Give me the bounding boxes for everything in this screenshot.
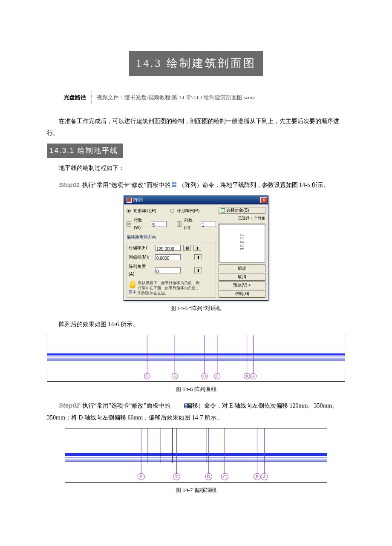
subsection-title: 14.3.1 绘制地平线 (47, 144, 123, 158)
radio-polar-label: 环形阵列(P) (177, 207, 199, 215)
row-offset-pick-btn-1[interactable]: ▦ (183, 245, 191, 251)
axis-label-F: F (140, 474, 143, 479)
row-offset-label: 行偏移(F): (129, 244, 153, 252)
rows-label: 行数(W): (134, 216, 149, 232)
array-angle-input[interactable]: 0 (155, 267, 181, 273)
svg-rect-8 (240, 249, 244, 250)
axis-label-F: F (146, 374, 148, 378)
figure-14-6-caption: 图 14-6 阵列直线 (47, 384, 345, 394)
axis-label-B: B (246, 374, 248, 378)
array-angle-pick-btn[interactable]: ▮ (194, 267, 202, 273)
col-offset-label: 列偏移(M): (129, 253, 153, 261)
rows-grid-icon (127, 221, 131, 227)
axis-label-D: D (203, 374, 206, 378)
after-fig5-text: 阵列后的效果如图 14-6 所示。 (47, 319, 345, 330)
dialog-title: 阵列 (133, 196, 143, 204)
selected-count-msg: 已选择 1 个对象 (219, 215, 265, 221)
step01-after: （阵列）命令，将地平线阵列，参数设置如图 14-5 所示。 (179, 182, 330, 188)
svg-rect-1 (175, 183, 176, 184)
pick-cursor-icon (221, 208, 225, 213)
array-preview-box (219, 224, 265, 263)
array-dialog: 阵列 × 矩形阵列(R) 环形阵列(P) 行数(W): 5 (124, 195, 268, 301)
disc-path-value: 视频文件：随书光盘\视频教程\第 14 章\14.3 绘制建筑剖面图.wmv (92, 92, 255, 102)
tip-text: 默认设置下，如果行偏移为负值，则行添加在下面；如果列偏移为负值，则列添加在左边。 (138, 281, 202, 296)
rows-input[interactable]: 5 (151, 221, 166, 227)
step02-text: Step02 执行“常用”选项卡“修改”面板中的 （偏移）命令，对 E 轴线向左… (47, 399, 345, 424)
preview-button[interactable]: 预览(V) < (219, 282, 265, 289)
offset-group-title: 偏移距离和方向 (127, 233, 216, 241)
array-icon (172, 182, 177, 187)
array-angle-label: 阵列角度(A): (129, 263, 153, 278)
figure-14-7: F E D C B A (65, 428, 327, 483)
axis-label-E: E (173, 374, 176, 378)
cols-grid-icon (177, 221, 182, 227)
axis-label-A: A (252, 374, 255, 378)
ok-button[interactable]: 确定 (219, 264, 265, 272)
col-offset-input[interactable]: 0.0000 (155, 254, 181, 260)
lightbulb-icon (130, 281, 135, 288)
disc-path-label: 光盘路径 (64, 92, 92, 103)
offset-icon (172, 401, 179, 407)
dialog-titlebar[interactable]: 阵列 × (124, 196, 268, 204)
axis-label-C: C (223, 474, 226, 479)
select-objects-label: 选择对象(S) (226, 207, 249, 214)
axis-label-E: E (175, 474, 178, 479)
axis-label-C: C (216, 374, 219, 378)
select-objects-button[interactable]: 选择对象(S) (219, 207, 265, 214)
disc-path-row: 光盘路径 视频文件：随书光盘\视频教程\第 14 章\14.3 绘制建筑剖面图.… (47, 92, 345, 103)
figure-14-6: F E D C B A (47, 335, 345, 382)
cancel-button[interactable]: 取消 (219, 273, 265, 281)
svg-rect-3 (175, 185, 176, 187)
help-button[interactable]: 帮助(H) (219, 290, 265, 298)
svg-rect-4 (240, 234, 244, 236)
step02-label: Step02 (59, 402, 80, 409)
cols-label: 列数(O): (184, 216, 198, 232)
svg-rect-5 (240, 238, 244, 239)
tip-label: 提示 (129, 288, 136, 295)
figure-14-5-caption: 图 14-5 “阵列”对话框 (47, 303, 345, 313)
step02-before: 执行“常用”选项卡“修改”面板中的 (82, 402, 170, 409)
subsection-intro: 地平线的绘制过程如下： (47, 162, 345, 174)
svg-rect-0 (172, 183, 173, 184)
cols-input[interactable]: 1 (201, 221, 216, 227)
svg-rect-2 (172, 185, 173, 187)
col-offset-pick-btn[interactable]: ▮ (194, 254, 202, 260)
row-offset-pick-btn-2[interactable]: ▮ (193, 245, 201, 251)
dialog-app-icon (127, 198, 132, 203)
axis-label-A: A (263, 474, 266, 479)
axis-label-B: B (256, 474, 259, 479)
svg-rect-7 (240, 245, 244, 246)
radio-rect-array[interactable] (127, 209, 131, 213)
close-icon[interactable]: × (260, 197, 267, 203)
svg-rect-6 (240, 241, 244, 243)
step01-label: Step01 (59, 181, 80, 188)
figure-14-7-caption: 图 14-7 偏移轴线 (47, 485, 345, 495)
step01-before: 执行“常用”选项卡“修改”面板中的 (82, 182, 170, 188)
radio-rect-label: 矩形阵列(R) (133, 207, 156, 215)
main-title: 14.3 绘制建筑剖面图 (129, 51, 263, 76)
axis-label-D: D (207, 474, 210, 479)
intro-paragraph: 在准备工作完成后，可以进行建筑剖面图的绘制，剖面图的绘制一般遵循从下到上，先主要… (47, 115, 345, 139)
row-offset-input[interactable]: 120.0000 (155, 245, 181, 251)
step01-text: Step01 执行“常用”选项卡“修改”面板中的 （阵列）命令，将地平线阵列，参… (47, 178, 345, 191)
radio-polar-array[interactable] (170, 209, 174, 213)
